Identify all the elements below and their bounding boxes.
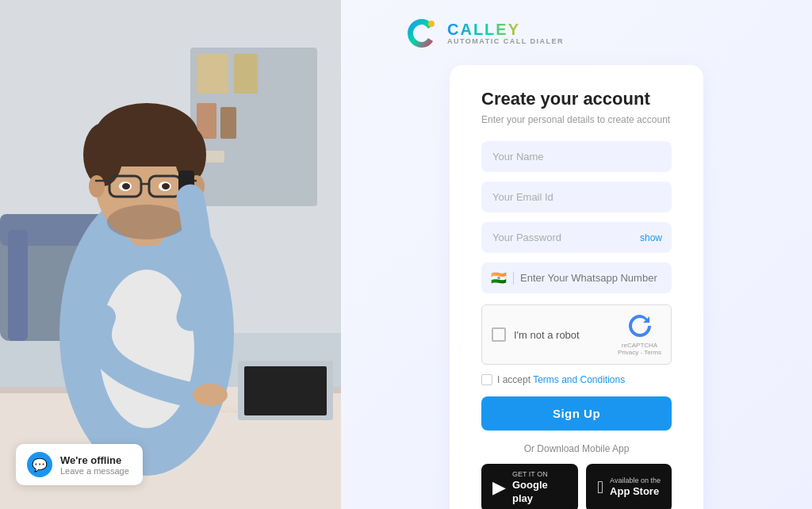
svg-rect-10 — [8, 230, 28, 341]
signup-button[interactable]: Sign Up — [481, 396, 672, 431]
terms-row: I accept Terms and Conditions — [481, 374, 672, 385]
svg-point-30 — [89, 175, 105, 197]
email-input[interactable] — [481, 182, 672, 212]
calley-logo-icon — [404, 16, 439, 51]
terms-link[interactable]: Terms and Conditions — [533, 374, 625, 385]
recaptcha-box[interactable]: I'm not a robot reCAPTCHA Privacy - Term… — [481, 304, 672, 365]
logo-subtitle: AUTOMATIC CALL DIALER — [447, 38, 564, 46]
logo-header: CALLEY AUTOMATIC CALL DIALER — [404, 16, 564, 51]
logo-title: CALLEY — [447, 21, 564, 38]
recaptcha-logo-icon — [627, 313, 653, 342]
svg-point-44 — [428, 21, 435, 27]
recaptcha-checkbox[interactable] — [492, 327, 506, 342]
terms-checkbox[interactable] — [481, 374, 492, 385]
terms-text: I accept Terms and Conditions — [497, 374, 625, 385]
chat-subtitle: Leave a message — [60, 466, 129, 476]
app-store-buttons: ▶ GET IT ON Google play  Available on t… — [481, 464, 672, 509]
chat-status: We're offline — [60, 454, 129, 466]
recaptcha-links: Privacy - Terms — [618, 349, 661, 356]
right-panel: CALLEY AUTOMATIC CALL DIALER Create your… — [341, 0, 812, 509]
svg-point-40 — [162, 183, 170, 189]
or-download-text: Or Download Mobile App — [481, 443, 672, 454]
form-title: Create your account — [481, 89, 672, 109]
apple-icon:  — [597, 477, 603, 498]
google-play-label: Google play — [512, 479, 567, 506]
left-panel: 💬 We're offline Leave a message — [0, 0, 341, 509]
chat-avatar-icon: 💬 — [27, 452, 52, 477]
app-store-small: Available on the — [610, 476, 661, 485]
svg-rect-3 — [197, 54, 228, 94]
name-input[interactable] — [481, 141, 672, 172]
google-play-icon: ▶ — [492, 477, 506, 498]
flag-icon: 🇮🇳 — [491, 270, 507, 285]
svg-point-39 — [122, 183, 130, 189]
svg-rect-6 — [220, 107, 236, 139]
svg-rect-21 — [244, 366, 327, 415]
phone-input[interactable] — [520, 272, 662, 284]
svg-rect-4 — [234, 54, 258, 94]
svg-point-41 — [107, 205, 186, 239]
photo-background — [0, 0, 341, 509]
show-password-button[interactable]: show — [640, 232, 662, 243]
recaptcha-label: I'm not a robot — [514, 329, 580, 341]
phone-row: 🇮🇳 — [481, 262, 672, 293]
google-play-button[interactable]: ▶ GET IT ON Google play — [481, 464, 578, 509]
google-play-small: GET IT ON — [512, 470, 567, 479]
chat-widget[interactable]: 💬 We're offline Leave a message — [16, 444, 143, 485]
app-store-label: App Store — [610, 485, 661, 499]
man-illustration — [0, 0, 341, 509]
password-row: show — [481, 222, 672, 253]
app-store-button[interactable]:  Available on the App Store — [586, 464, 672, 509]
form-subtitle: Enter your personal details to create ac… — [481, 114, 672, 125]
recaptcha-brand: reCAPTCHA — [622, 342, 657, 349]
form-card: Create your account Enter your personal … — [450, 65, 703, 509]
phone-divider — [513, 272, 514, 285]
svg-point-43 — [193, 384, 228, 406]
